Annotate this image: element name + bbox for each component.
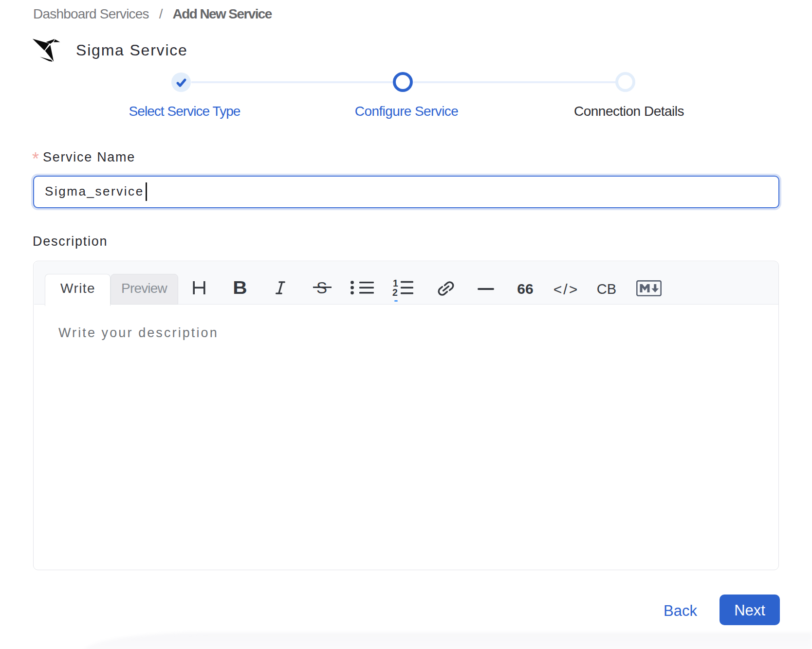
svg-text:2: 2 <box>392 287 398 298</box>
